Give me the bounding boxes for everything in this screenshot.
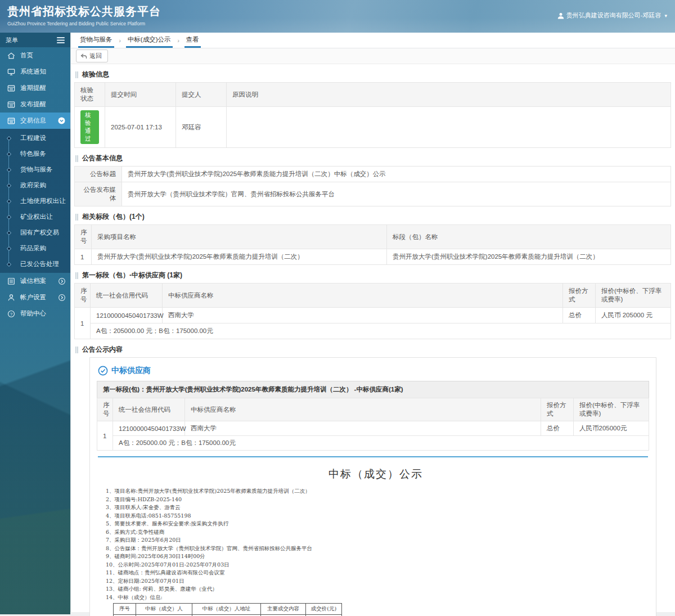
section-basic-info: 公告基本信息 公告标题 贵州开放大学(贵州职业技术学院)2025年教师素质能力提… bbox=[74, 151, 671, 206]
notice-document: 中标（成交）公示 1、项目名称:贵州开放大学(贵州职业技术学院)2025年教师素… bbox=[97, 462, 649, 616]
sidebar-item-trade-info[interactable]: 交易信息 bbox=[0, 113, 70, 129]
target-check-icon bbox=[98, 366, 108, 376]
quote-method: 总价 bbox=[563, 308, 596, 323]
doc-line: 5、简要技术要求、服务和安全要求:按采购文件执行 bbox=[106, 520, 646, 528]
sidebar-item-state-property[interactable]: 国有产权交易 bbox=[0, 224, 70, 240]
doc-line: 13、磋商小组: 何莉、郑昊美、唐建华（业代） bbox=[106, 585, 646, 593]
sidebar-item-label: 逾期提醒 bbox=[20, 84, 70, 92]
credit-code: 12100000450401733W bbox=[113, 421, 185, 436]
sidebar-item-mining-rights[interactable]: 矿业权出让 bbox=[0, 209, 70, 224]
list-icon bbox=[7, 277, 15, 285]
col-header: 统一社会信用代码 bbox=[91, 284, 163, 308]
field-label: 公告标题 bbox=[75, 167, 122, 182]
lot-name: 贵州开放大学(贵州职业技术学院)2025年教师素质能力提升培训（二次） bbox=[387, 249, 671, 265]
reason bbox=[227, 107, 671, 148]
award-info-table: 序号 中标（成交）人 中标（成交）人地址 主要成交内容 成交价(元) 1 西南大… bbox=[113, 603, 342, 616]
table-row: 核验通过 2025-07-01 17:13 邓廷容 bbox=[75, 107, 671, 148]
toolbar: 返回 bbox=[71, 48, 675, 64]
doc-line: 6、采购方式:竞争性磋商 bbox=[106, 528, 646, 537]
section-title-text: 第一标段（包）-中标供应商 (1家) bbox=[82, 271, 182, 280]
home-icon bbox=[7, 52, 15, 60]
table-row: 1 12100000450401733W 西南大学 总价 人民币 205000 … bbox=[75, 308, 671, 323]
chevron-down-icon: ▾ bbox=[664, 13, 667, 19]
quote-method: 总价 bbox=[541, 421, 574, 436]
status-badge: 核验通过 bbox=[80, 110, 99, 144]
sidebar-item-home[interactable]: 首页 bbox=[0, 47, 70, 64]
sidebar-item-notifications[interactable]: 系统通知 bbox=[0, 64, 70, 80]
back-button[interactable]: 返回 bbox=[76, 50, 108, 62]
sidebar-item-engineering[interactable]: 工程建设 bbox=[0, 130, 70, 146]
quote-price: 人民币 205000 元 bbox=[596, 308, 671, 323]
col-header: 采购项目名称 bbox=[92, 225, 387, 249]
sidebar-item-label: 首页 bbox=[20, 51, 70, 60]
section-title-text: 公告公示内容 bbox=[82, 345, 123, 354]
breadcrumb-separator: › bbox=[119, 38, 121, 48]
doc-line: 7、采购日期：2025年6月20日 bbox=[106, 536, 646, 545]
col-header: 序号 bbox=[75, 284, 91, 308]
user-name: 贵州弘典建设咨询有限公司-邓廷容 bbox=[566, 11, 662, 20]
sidebar-item-label: 发布提醒 bbox=[20, 100, 70, 109]
doc-line: 2、项目编号:HDZB-2025-140 bbox=[106, 496, 646, 504]
supplier-name: 西南大学 bbox=[163, 308, 563, 323]
col-header: 报价(中标价、下浮率或费率) bbox=[574, 398, 649, 421]
table-row: A包：205000.00 元；B包：175000.00元 bbox=[75, 323, 671, 339]
sidebar-item-publish-reminder[interactable]: 发布提醒 bbox=[0, 96, 70, 113]
content: 核验信息 核验状态 提交时间 提交人 原因说明 核验通过 2025-07-01 … bbox=[71, 64, 675, 616]
hamburger-icon[interactable] bbox=[57, 37, 65, 43]
breadcrumb-award-notice[interactable]: 中标(成交)公示 bbox=[126, 33, 173, 48]
section-bars-icon bbox=[75, 214, 78, 221]
doc-line: 12、定标日期:2025年07月01日 bbox=[106, 577, 646, 586]
sidebar-item-account-settings[interactable]: 帐户设置 bbox=[0, 289, 70, 305]
supplier-table: 序号 统一社会信用代码 中标供应商名称 报价方式 报价(中标价、下浮率或费率) … bbox=[74, 283, 671, 339]
doc-line: 3、项目联系人:宋金委、游青云 bbox=[106, 503, 646, 512]
monitor-icon bbox=[7, 68, 15, 76]
doc-line: 4、项目联系电话:0851-85755198 bbox=[106, 512, 646, 520]
sidebar-menu-bar[interactable]: 菜单 bbox=[0, 33, 70, 47]
section-title-verify: 核验信息 bbox=[74, 67, 671, 82]
user-menu[interactable]: 贵州弘典建设咨询有限公司-邓廷容 ▾ bbox=[557, 11, 667, 20]
menu-label: 菜单 bbox=[6, 36, 18, 44]
doc-line: 9、磋商时间:2025年06月30日14时00分 bbox=[106, 552, 646, 561]
verify-table: 核验状态 提交时间 提交人 原因说明 核验通过 2025-07-01 17:13… bbox=[74, 82, 671, 148]
sidebar-item-gov-procurement[interactable]: 政府采购 bbox=[0, 177, 70, 193]
section-bars-icon bbox=[75, 272, 78, 279]
notice-container: 中标供应商 第一标段(包)：贵州开放大学(贵州职业技术学院)2025年教师素质能… bbox=[89, 357, 656, 616]
col-header: 序号 bbox=[75, 225, 92, 249]
col-header: 中标（成交）人 bbox=[136, 604, 192, 615]
chevron-down-circle-icon bbox=[58, 117, 65, 124]
sidebar-item-drug-procurement[interactable]: 药品采购 bbox=[0, 240, 70, 256]
table-row: 公告发布媒体 贵州开放大学（贵州职业技术学院）官网、贵州省招标投标公共服务平台 bbox=[75, 182, 671, 206]
row-no: 1 bbox=[75, 249, 92, 265]
sidebar-item-published-notices[interactable]: 已发公告处理 bbox=[0, 256, 70, 272]
col-header: 提交时间 bbox=[105, 83, 176, 107]
sidebar-item-goods-services[interactable]: 货物与服务 bbox=[0, 161, 70, 177]
document-title: 中标（成交）公示 bbox=[106, 462, 646, 487]
section-verify: 核验信息 核验状态 提交时间 提交人 原因说明 核验通过 2025-07-01 … bbox=[74, 67, 671, 148]
sidebar-item-credit-archive[interactable]: 诚信档案 bbox=[0, 273, 70, 289]
section-title-text: 核验信息 bbox=[82, 70, 109, 79]
folder-icon bbox=[7, 117, 15, 125]
col-header: 成交价(元) bbox=[306, 604, 342, 615]
table-row: A包：205000.00 元；B包：175000.00元 bbox=[97, 436, 649, 451]
package-detail: A包：205000.00 元；B包：175000.00元 bbox=[113, 436, 649, 451]
breadcrumb-view[interactable]: 查看 bbox=[184, 33, 201, 48]
svg-text:?: ? bbox=[10, 311, 12, 316]
sidebar-item-help-center[interactable]: ? 帮助中心 bbox=[0, 305, 70, 322]
breadcrumb-goods-services[interactable]: 货物与服务 bbox=[78, 33, 114, 48]
col-header: 报价(中标价、下浮率或费率) bbox=[596, 284, 671, 308]
user-icon bbox=[557, 12, 564, 19]
sidebar-item-special-services[interactable]: 特色服务 bbox=[0, 146, 70, 161]
sidebar-item-label: 交易信息 bbox=[20, 116, 53, 125]
section-title-text: 公告基本信息 bbox=[82, 154, 123, 163]
section-title-related: 相关标段（包）(1个) bbox=[74, 209, 671, 224]
field-label: 公告发布媒体 bbox=[75, 182, 122, 206]
sidebar-item-overdue-reminder[interactable]: 逾期提醒 bbox=[0, 80, 70, 96]
brand: 贵州省招标投标公共服务平台 GuiZhou Province Tendering… bbox=[7, 4, 161, 26]
lot-title-bar: 第一标段(包)：贵州开放大学(贵州职业技术学院)2025年教师素质能力提升培训（… bbox=[97, 381, 649, 398]
chevron-right-circle-icon bbox=[58, 278, 65, 285]
col-header: 中标（成交）人地址 bbox=[192, 604, 261, 615]
related-lots-table: 序号 采购项目名称 标段（包）名称 1 贵州开放大学(贵州职业技术学院)2025… bbox=[74, 224, 671, 265]
publish-media: 贵州开放大学（贵州职业技术学院）官网、贵州省招标投标公共服务平台 bbox=[122, 182, 671, 206]
sidebar-item-land-use[interactable]: 土地使用权出让 bbox=[0, 193, 70, 209]
question-circle-icon: ? bbox=[7, 310, 15, 318]
